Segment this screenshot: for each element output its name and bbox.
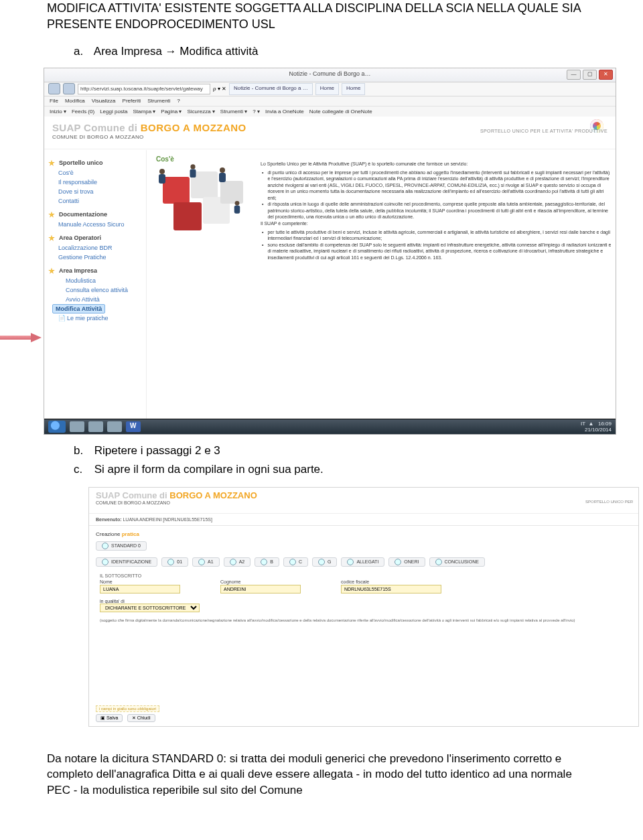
sidebar-item-responsabile[interactable]: Il responsabile: [54, 178, 146, 187]
tab-a2[interactable]: A2: [224, 557, 251, 567]
header-tagline: SPORTELLO UNICO PER LE ATTIVITA' PRODUTT…: [480, 129, 608, 133]
sidebar-item-dove[interactable]: Dove si trova: [54, 187, 146, 196]
label-cognome: Cognome: [220, 579, 301, 584]
input-nome[interactable]: [100, 585, 180, 593]
pointer-arrow-icon: [0, 333, 43, 342]
form-heading: IL SOTTOSCRITTO: [100, 573, 628, 578]
label-qualita: in qualita' di: [100, 599, 125, 604]
screenshot-browser: Notizie - Comune di Borgo a… — ▢ ✕ http:…: [0, 68, 616, 435]
sidebar-section: Documentazione: [48, 211, 146, 218]
browser-tab[interactable]: Notizie - Comune di Borgo a …: [229, 83, 313, 95]
taskbar[interactable]: IT ▲ 16:09 21/10/2014: [44, 419, 616, 434]
input-cognome[interactable]: [220, 585, 301, 593]
tab-b[interactable]: B: [255, 557, 279, 567]
list-item-a: a. Area Impresa → Modifica attività: [74, 45, 596, 58]
sidebar-section: Area Impresa: [48, 267, 146, 274]
nav-forward-button[interactable]: [63, 83, 75, 94]
mandatory-hint: i campi in giallo sono obbligatori: [96, 705, 159, 712]
address-bar[interactable]: http://servizi.suap.toscana.it/suapfe/se…: [78, 84, 210, 94]
select-qualita[interactable]: DICHIARANTE E SOTTOSCRITTORE: [100, 604, 200, 612]
label-nome: Nome: [100, 579, 180, 584]
tab-dot-icon: [102, 543, 109, 549]
browser-tab[interactable]: Home: [342, 83, 365, 95]
browser-tab[interactable]: Home: [315, 83, 339, 95]
sidebar-item-modulistica[interactable]: Modulistica: [54, 276, 146, 285]
label-cf: codice fiscale: [341, 579, 441, 584]
input-cf[interactable]: [341, 585, 441, 593]
sidebar-item-mie-pratiche[interactable]: Le mie pratiche: [54, 313, 146, 323]
tab-conclusione[interactable]: CONCLUSIONE: [429, 557, 485, 567]
section-pratica-label: pratica: [122, 531, 139, 537]
footer-paragraph: Da notare la dicitura STANDARD 0: si tra…: [47, 751, 596, 798]
tab-identificazione[interactable]: IDENTIFICAZIONE: [96, 557, 157, 567]
browser-menu[interactable]: File Modifica Visualizza Preferiti Strum…: [44, 96, 616, 107]
brand-name: BORGO A MOZZANO: [141, 122, 246, 133]
save-button[interactable]: ▣ Salva: [96, 714, 123, 722]
sidebar-item-gestione[interactable]: Gestione Pratiche: [54, 253, 146, 262]
taskbar-clock[interactable]: IT ▲ 16:09 21/10/2014: [581, 421, 612, 433]
tab-g[interactable]: G: [312, 557, 337, 567]
list-item-b: b. Ripetere i passaggi 2 e 3: [74, 444, 596, 458]
close-button[interactable]: ✕ Chiudi: [127, 714, 155, 722]
content-intro: Lo Sportello Unico per le Attività Produ…: [261, 161, 612, 167]
brand-prefix: SUAP Comune di: [52, 122, 141, 133]
tab-allegati[interactable]: ALLEGATI: [341, 557, 384, 567]
brand-subtitle: COMUNE DI BORGO A MOZZANO: [96, 500, 632, 505]
tab-c[interactable]: C: [283, 557, 308, 567]
list-item-c: c. Si apre il form da compilare in ogni …: [74, 463, 596, 476]
tab-01[interactable]: 01: [161, 557, 188, 567]
taskbar-word-icon[interactable]: [126, 421, 141, 432]
content-area: Cos'è Lo Sportello Unico per le Attività…: [147, 150, 616, 419]
sidebar-item-contatti[interactable]: Contatti: [54, 196, 146, 206]
form-footnote: (soggetto che firma digitalmente la doma…: [89, 616, 638, 628]
sidebar-item-modifica-attivita[interactable]: Modifica Attività: [52, 304, 105, 313]
welcome-bar: Benvenuto: LUANA ANDREINI [NDRLNU63L55E7…: [89, 514, 638, 526]
sidebar-item-avvio[interactable]: Avvio Attività: [54, 295, 146, 304]
sidebar-section: Sportello unico: [48, 159, 146, 166]
close-button[interactable]: ✕: [599, 70, 613, 80]
sidebar-item-consulta[interactable]: Consulta elenco attività: [54, 285, 146, 295]
sidebar: Sportello unico Cos'è Il responsabile Do…: [44, 150, 147, 419]
window-titlebar[interactable]: Notizie - Comune di Borgo a… — ▢ ✕: [44, 68, 616, 82]
sidebar-item-cose[interactable]: Cos'è: [54, 168, 146, 178]
form-tabs: IDENTIFICAZIONE 01 A1 A2 B C G ALLEGATI …: [89, 553, 638, 569]
brand-prefix: SUAP Comune di: [96, 490, 169, 500]
sidebar-item-manuale[interactable]: Manuale Accesso Sicuro: [54, 220, 146, 229]
tab-oneri[interactable]: ONERI: [388, 557, 425, 567]
start-button-icon[interactable]: [48, 421, 66, 433]
tab-a1[interactable]: A1: [192, 557, 220, 567]
nav-back-button[interactable]: [48, 83, 60, 94]
tab-standard0[interactable]: STANDARD 0: [96, 541, 147, 551]
minimize-button[interactable]: —: [567, 70, 581, 80]
doc-title: MODIFICA ATTIVITA' ESISTENTE SOGGETTA AL…: [47, 0, 596, 33]
taskbar-ie-icon[interactable]: [88, 421, 103, 432]
hero-puzzle-icon: [153, 165, 253, 244]
brand-subtitle: COMUNE DI BORGO A MOZZANO: [52, 134, 608, 140]
header-tagline: SPORTELLO UNICO PER: [585, 500, 633, 504]
maximize-button[interactable]: ▢: [583, 70, 597, 80]
sidebar-section: Area Operatori: [48, 234, 146, 241]
taskbar-explorer-icon[interactable]: [70, 421, 84, 432]
taskbar-folder-icon[interactable]: [107, 421, 122, 432]
section-creazione-label: Creazione: [96, 531, 122, 537]
brand-name: BORGO A MOZZANO: [169, 490, 257, 500]
screenshot-form: SUAP Comune di BORGO A MOZZANO COMUNE DI…: [88, 487, 639, 727]
sidebar-item-localizzazione[interactable]: Localizzazione BDR: [54, 243, 146, 253]
